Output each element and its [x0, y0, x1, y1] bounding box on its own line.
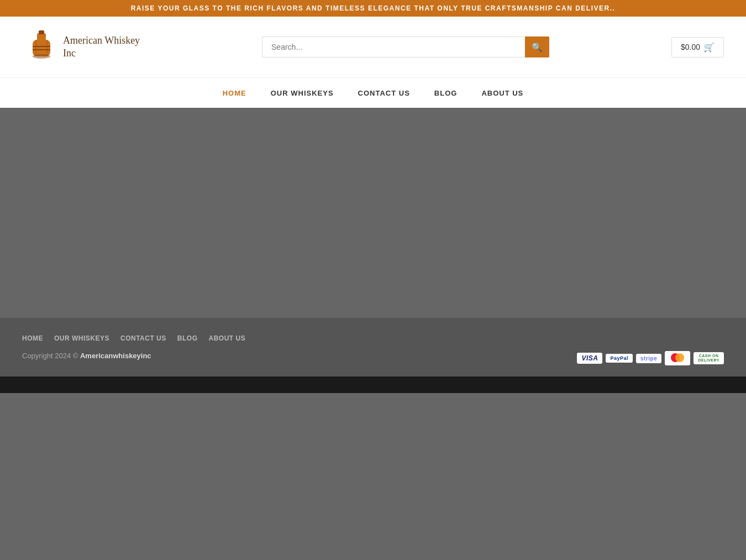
bottom-bar — [0, 376, 746, 393]
payment-cash: CASH ONDELIVERY — [694, 352, 724, 365]
nav-link-whiskeys[interactable]: OUR WHISKEYS — [259, 80, 346, 106]
footer-link-contact[interactable]: CONTACT US — [120, 334, 166, 342]
svg-rect-4 — [39, 30, 44, 34]
payment-icons: VISA PayPal stripe CASH ONDELIVERY — [577, 351, 724, 365]
nav-link-blog[interactable]: BLOG — [422, 80, 470, 106]
nav-link-contact[interactable]: CONTACT US — [346, 80, 422, 106]
cart-area: $0.00 🛒 — [671, 37, 724, 57]
search-button[interactable]: 🔍 — [525, 36, 549, 57]
svg-point-9 — [675, 353, 684, 362]
footer: HOME OUR WHISKEYS CONTACT US BLOG ABOUT … — [0, 318, 746, 376]
search-area: 🔍 — [262, 36, 549, 57]
footer-link-blog[interactable]: BLOG — [177, 334, 198, 342]
nav-item-whiskeys[interactable]: OUR WHISKEYS — [259, 80, 346, 106]
logo-icon — [22, 25, 61, 69]
payment-stripe: stripe — [636, 354, 661, 363]
nav-link-home[interactable]: HOME — [211, 80, 259, 106]
logo-area[interactable]: American Whiskey Inc — [22, 25, 140, 69]
payment-mastercard — [665, 351, 690, 365]
nav-item-blog[interactable]: BLOG — [422, 80, 470, 106]
logo-line1: American Whiskey — [63, 34, 140, 47]
footer-bottom: Copyright 2024 © Americanwhiskeyinc VISA… — [22, 351, 724, 365]
cart-icon: 🛒 — [703, 42, 715, 53]
footer-link-home[interactable]: HOME — [22, 334, 43, 342]
nav-link-about[interactable]: ABOUT US — [469, 80, 535, 106]
svg-rect-3 — [37, 33, 46, 41]
copyright-brand: Americanwhiskeyinc — [80, 352, 151, 360]
copyright-prefix: Copyright 2024 © — [22, 352, 78, 360]
footer-link-whiskeys[interactable]: OUR WHISKEYS — [54, 334, 109, 342]
svg-rect-0 — [33, 40, 50, 56]
logo-text: American Whiskey Inc — [63, 34, 140, 60]
nav-item-home[interactable]: HOME — [211, 80, 259, 106]
payment-paypal: PayPal — [606, 354, 633, 363]
payment-visa: VISA — [577, 353, 602, 364]
svg-point-7 — [33, 54, 50, 59]
main-content — [0, 108, 746, 318]
top-banner: RAISE YOUR GLASS TO THE RICH FLAVORS AND… — [0, 0, 746, 17]
footer-nav: HOME OUR WHISKEYS CONTACT US BLOG ABOUT … — [22, 334, 724, 342]
cart-button[interactable]: $0.00 🛒 — [671, 37, 724, 57]
nav-item-contact[interactable]: CONTACT US — [346, 80, 422, 106]
nav-list: HOME OUR WHISKEYS CONTACT US BLOG ABOUT … — [211, 80, 536, 106]
banner-text: RAISE YOUR GLASS TO THE RICH FLAVORS AND… — [131, 4, 616, 12]
cart-price: $0.00 — [681, 43, 700, 51]
header: American Whiskey Inc 🔍 $0.00 🛒 — [0, 17, 746, 77]
footer-copyright: Copyright 2024 © Americanwhiskeyinc — [22, 352, 151, 360]
logo-line2: Inc — [63, 47, 140, 60]
footer-link-about[interactable]: ABOUT US — [208, 334, 245, 342]
nav-bar: HOME OUR WHISKEYS CONTACT US BLOG ABOUT … — [0, 77, 746, 108]
nav-item-about[interactable]: ABOUT US — [469, 80, 535, 106]
search-icon: 🔍 — [532, 42, 543, 53]
search-input[interactable] — [262, 36, 549, 57]
